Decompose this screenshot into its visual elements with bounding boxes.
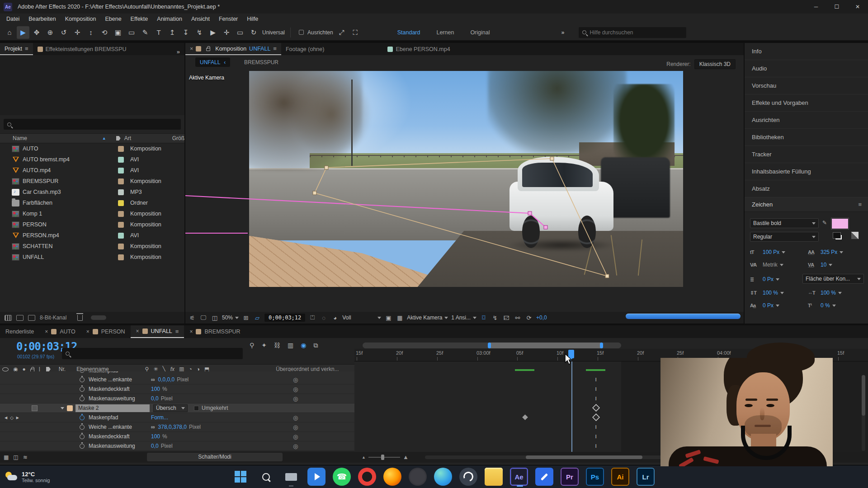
shared-view-icon[interactable]: ⌼ bbox=[480, 314, 488, 321]
position-tool[interactable]: ✛ bbox=[220, 26, 233, 39]
property-row[interactable]: ◀◇▶ Weiche ...enkante Weiche ...enkante … bbox=[0, 375, 354, 385]
stopwatch-icon[interactable] bbox=[80, 425, 85, 430]
project-item-row[interactable]: PERSON.mp4 AVI bbox=[0, 230, 184, 241]
frame-blend-icon[interactable]: ▥ bbox=[288, 342, 293, 349]
property-value[interactable]: 0,0,0,0 bbox=[158, 376, 175, 383]
orbit-camera-tool[interactable]: ↺ bbox=[57, 26, 70, 39]
property-name[interactable]: Weiche ...enkante bbox=[89, 424, 151, 430]
project-search[interactable] bbox=[4, 119, 181, 130]
fill-color-swatch[interactable] bbox=[831, 218, 849, 229]
stroke-width-control[interactable]: ≣ 0 Px bbox=[750, 276, 779, 282]
property-value[interactable]: 0,0 bbox=[151, 443, 159, 449]
graph-toggle-icon[interactable]: ◫ bbox=[13, 454, 18, 460]
item-label-swatch[interactable] bbox=[118, 233, 124, 239]
menu-item[interactable]: Bearbeiten bbox=[24, 16, 60, 22]
stopwatch-icon[interactable] bbox=[80, 371, 85, 373]
include-in-render-icon[interactable]: ◎ bbox=[293, 424, 298, 431]
sidebar-panel-item[interactable]: Ausrichten bbox=[745, 112, 868, 129]
timeline-graph-icon[interactable]: 🗠 bbox=[502, 314, 510, 321]
timeline-zoom-slider[interactable]: ▲▲ bbox=[362, 454, 409, 460]
edge[interactable] bbox=[434, 468, 452, 486]
stopwatch-icon[interactable] bbox=[80, 396, 85, 401]
sidebar-panel-item[interactable]: Absatz bbox=[745, 180, 868, 197]
align-checkbox[interactable] bbox=[299, 30, 304, 35]
graph-editor-icon[interactable]: ⧉ bbox=[313, 342, 318, 349]
monitor-icon[interactable]: 🖵 bbox=[199, 314, 208, 321]
rectangle-tool-2[interactable]: ▭ bbox=[234, 26, 246, 39]
item-label-swatch[interactable] bbox=[118, 146, 124, 152]
composition-flow-icon[interactable]: ⚲ bbox=[250, 342, 254, 349]
vertical-scale-control[interactable]: ⇕T 100 % bbox=[750, 290, 784, 296]
zoom-tool[interactable]: ⊕ bbox=[44, 26, 57, 39]
project-item-row[interactable]: Car Crash.mp3 MP3 bbox=[0, 187, 184, 197]
item-label-swatch[interactable] bbox=[118, 254, 124, 260]
property-row[interactable]: ◀◇▶ Maskendeckkraft Maskendeckkraft ∞ 10… bbox=[0, 432, 354, 441]
panel-menu-icon[interactable]: ≡ bbox=[175, 328, 179, 335]
help-search-input[interactable] bbox=[590, 29, 683, 36]
item-label-swatch[interactable] bbox=[118, 157, 124, 163]
project-column-header[interactable]: Name ▲ Art Größ bbox=[0, 133, 184, 143]
include-in-render-icon[interactable]: ◎ bbox=[293, 443, 298, 450]
dolly-camera-tool[interactable]: ↕ bbox=[85, 26, 97, 39]
premiere[interactable]: Pr bbox=[561, 468, 579, 486]
baseline-shift-control[interactable]: Aa̲ 0 Px bbox=[750, 302, 779, 309]
column-name[interactable]: Name bbox=[13, 135, 102, 141]
sidebar-panel-item[interactable]: Inhaltsbasierte Füllung bbox=[745, 163, 868, 180]
transfer-controls-icon[interactable]: ≋ bbox=[23, 454, 28, 460]
transparency-grid-icon[interactable]: ▦ bbox=[396, 314, 404, 321]
camera-view-dropdown[interactable]: Aktive Kamera bbox=[407, 314, 448, 321]
property-value[interactable]: 378,0,378,0 bbox=[158, 424, 187, 430]
timeline-tab[interactable]: × UNFALL ≡ bbox=[131, 325, 184, 338]
include-in-render-icon[interactable]: ◎ bbox=[293, 433, 298, 440]
pan-behind-tool[interactable]: ▣ bbox=[112, 26, 124, 39]
plugin[interactable] bbox=[409, 468, 427, 486]
flowchart-mini-icon[interactable]: ⚯ bbox=[514, 314, 522, 321]
stopwatch-icon[interactable] bbox=[80, 434, 85, 439]
include-in-render-icon[interactable]: ◎ bbox=[293, 386, 298, 393]
item-label-swatch[interactable] bbox=[118, 200, 124, 206]
view-layout-dropdown[interactable]: 1 Ansi... bbox=[451, 314, 476, 321]
invert-checkbox[interactable] bbox=[194, 406, 199, 411]
motion-blur-icon[interactable]: ◉ bbox=[301, 342, 306, 349]
opera[interactable] bbox=[358, 468, 376, 486]
display[interactable] bbox=[282, 468, 300, 486]
mask-mode-dropdown[interactable]: Übersch bbox=[153, 404, 188, 412]
camera-tool-c[interactable]: ↯ bbox=[193, 26, 206, 39]
keyframe-diamond[interactable] bbox=[522, 414, 528, 420]
timeline-tab[interactable]: × Renderliste ≡ bbox=[0, 325, 39, 338]
vr-icon[interactable]: ◫ bbox=[211, 314, 219, 321]
rectangle-tool[interactable]: ▭ bbox=[125, 26, 138, 39]
sidebar-panel-item[interactable]: Bibliotheken bbox=[745, 129, 868, 146]
item-label-swatch[interactable] bbox=[118, 222, 124, 228]
item-label-swatch[interactable] bbox=[118, 244, 124, 249]
menu-item[interactable]: Komposition bbox=[61, 16, 101, 22]
project-item-row[interactable]: Komp 1 Komposition bbox=[0, 208, 184, 219]
stopwatch-icon[interactable] bbox=[80, 415, 85, 420]
font-style-dropdown[interactable]: Regular bbox=[750, 232, 819, 242]
playhead-line[interactable] bbox=[571, 361, 572, 452]
home-tool[interactable]: ⌂ bbox=[3, 26, 16, 39]
pan-camera-tool[interactable]: ✛ bbox=[71, 26, 84, 39]
flowchart-icon[interactable]: ⚟ bbox=[188, 314, 196, 321]
tab-close-icon[interactable]: × bbox=[136, 328, 139, 334]
property-row[interactable]: ◀◇▶ Maskenpfad Maskenpfad ∞ Form... bbox=[0, 413, 354, 422]
workspace-tab[interactable]: Original bbox=[470, 29, 490, 36]
rotate-tool-2[interactable]: ↻ bbox=[247, 26, 260, 39]
font-size-control[interactable]: tT 100 Px bbox=[750, 249, 785, 255]
start[interactable] bbox=[231, 468, 250, 486]
property-value[interactable]: 100 bbox=[151, 433, 160, 440]
menu-item[interactable]: Datei bbox=[2, 16, 24, 22]
menu-item[interactable]: Ansicht bbox=[187, 16, 214, 22]
timeline-tab[interactable]: × AUTO ≡ bbox=[39, 325, 81, 338]
timeline-tab[interactable]: × BREMSSPUR ≡ bbox=[184, 325, 245, 338]
item-label-swatch[interactable] bbox=[118, 178, 124, 184]
project-item-row[interactable]: BREMSSPUR Komposition bbox=[0, 176, 184, 187]
panel-divider[interactable] bbox=[0, 324, 868, 325]
proportion-control[interactable]: T¹ 0 % bbox=[808, 302, 836, 309]
kerning-control[interactable]: V∕A Metrik bbox=[750, 262, 783, 268]
reset-exposure-icon[interactable]: ⟳ bbox=[525, 314, 533, 321]
property-row[interactable]: ◀◇▶ Maskenausweitung Maskenausweitung ∞ … bbox=[0, 394, 354, 404]
swap-colors-icon[interactable] bbox=[851, 232, 859, 239]
column-size[interactable]: Größ bbox=[172, 135, 184, 141]
viewer-timecode[interactable]: 0;00;03;12 bbox=[264, 314, 305, 322]
